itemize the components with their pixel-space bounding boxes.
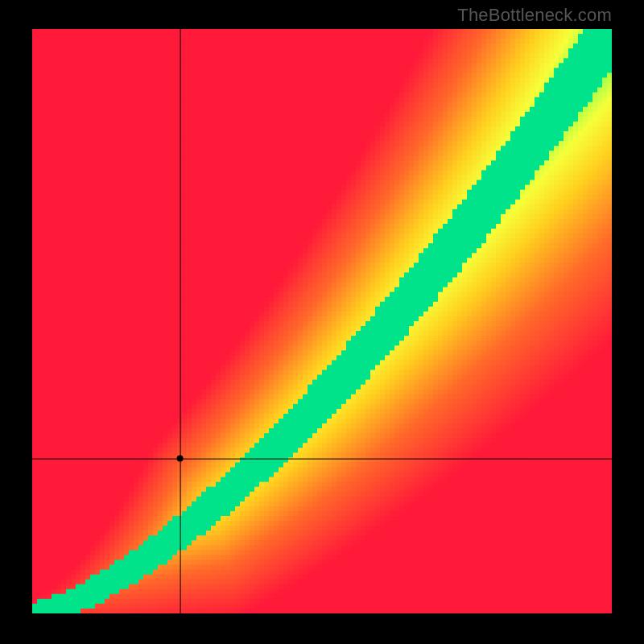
stage: TheBottleneck.com xyxy=(0,0,644,644)
bottleneck-heatmap xyxy=(32,29,612,613)
attribution-text: TheBottleneck.com xyxy=(457,5,612,26)
